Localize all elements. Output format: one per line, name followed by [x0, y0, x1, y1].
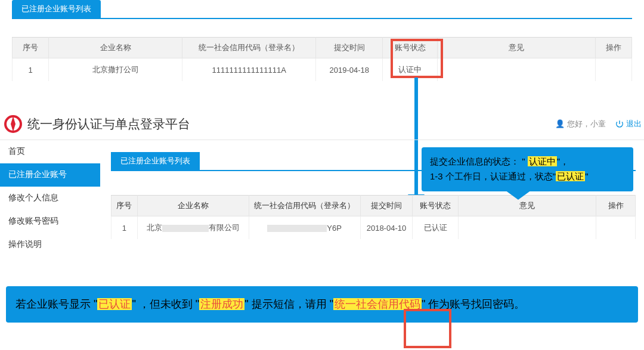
- banner-text: 提示短信，请用: [252, 298, 327, 310]
- cell-date: 2019-04-18: [316, 58, 383, 82]
- col-code: 统一社会信用代码（登录名）: [249, 196, 360, 216]
- tab-registered-accounts[interactable]: 已注册企业账号列表: [111, 152, 200, 170]
- callout-text: ": [585, 171, 588, 181]
- col-opinion: 意见: [438, 38, 596, 58]
- redaction-mask: [162, 225, 209, 232]
- callout-text: 提交企业信息的状态：: [430, 156, 519, 166]
- callout-tail: [505, 190, 531, 200]
- callout-highlight: 已认证: [556, 171, 585, 181]
- cell-status: 已认证: [413, 216, 459, 240]
- table-row: 1 北京有限公司 Y6P 2018-04-10 已认证: [112, 216, 636, 240]
- cell-company: 北京有限公司: [137, 216, 249, 240]
- power-icon: [615, 120, 624, 128]
- sidebar-item-password[interactable]: 修改账号密码: [0, 210, 100, 233]
- col-action: 操作: [596, 196, 636, 216]
- col-action: 操作: [595, 38, 631, 58]
- cell-action: [596, 216, 636, 240]
- banner-text: 若企业账号显示: [16, 298, 91, 310]
- banner-text: ": [132, 298, 135, 310]
- tab-underline-top: [12, 18, 632, 19]
- callout-highlight: 认证中: [528, 156, 557, 166]
- cell-date: 2018-04-10: [360, 216, 413, 240]
- logout-label: 退出: [626, 119, 642, 129]
- tab-registered-accounts-top[interactable]: 已注册企业账号列表: [12, 0, 101, 18]
- cell-index: 1: [112, 216, 138, 240]
- greeting-name: 小童: [590, 119, 606, 128]
- callout-text: ": [522, 156, 525, 166]
- cell-opinion: [438, 58, 596, 82]
- sidebar-item-help[interactable]: 操作说明: [0, 233, 100, 256]
- col-date: 提交时间: [360, 196, 413, 216]
- logout-link[interactable]: 退出: [615, 119, 642, 129]
- cell-company: 北京撒打公司: [49, 58, 182, 82]
- redaction-mask: [267, 225, 327, 232]
- col-index: 序号: [112, 196, 138, 216]
- cell-index: 1: [13, 58, 49, 82]
- platform-header: 统一身份认证与单点登录平台 👤 您好，小童 退出: [0, 114, 644, 140]
- col-index: 序号: [13, 38, 49, 58]
- cell-status: 认证中: [383, 58, 438, 82]
- col-code: 统一社会信用代码（登录名）: [182, 38, 316, 58]
- banner-highlight: 已认证: [97, 298, 132, 310]
- cell-code: Y6P: [249, 216, 360, 240]
- col-status: 账号状态: [383, 38, 438, 58]
- cell-code: 1111111111111111A: [182, 58, 316, 82]
- cell-company-prefix: 北京: [147, 223, 162, 232]
- cell-company-suffix: 有限公司: [209, 223, 240, 232]
- cell-code-suffix: Y6P: [327, 224, 342, 233]
- col-company: 企业名称: [49, 38, 182, 58]
- banner-text: 作为账号找回密码。: [428, 298, 525, 310]
- accounts-table: 序号 企业名称 统一社会信用代码（登录名） 提交时间 账号状态 意见 操作 1 …: [111, 195, 636, 239]
- col-status: 账号状态: [413, 196, 459, 216]
- banner-text: ": [422, 298, 425, 310]
- col-date: 提交时间: [316, 38, 383, 58]
- greeting: 👤 您好，小童: [555, 119, 606, 129]
- sidebar-item-home[interactable]: 首页: [0, 140, 100, 163]
- banner-text: ": [244, 298, 248, 310]
- accounts-table-top: 序号 企业名称 统一社会信用代码（登录名） 提交时间 账号状态 意见 操作 1 …: [12, 37, 632, 81]
- top-panel: 已注册企业账号列表 序号 企业名称 统一社会信用代码（登录名） 提交时间 账号状…: [0, 0, 644, 81]
- table-row: 1 北京撒打公司 1111111111111111A 2019-04-18 认证…: [13, 58, 632, 82]
- banner-highlight: 注册成功: [199, 298, 244, 310]
- callout-text: "，: [557, 156, 569, 166]
- user-icon: 👤: [555, 119, 565, 128]
- cell-action: [595, 58, 631, 82]
- platform-title: 统一身份认证与单点登录平台: [27, 116, 190, 132]
- sidebar: 首页 已注册企业账号 修改个人信息 修改账号密码 操作说明: [0, 140, 100, 256]
- annotation-bottom-banner: 若企业账号显示 "已认证" ，但未收到 "注册成功" 提示短信，请用 "统一社会…: [6, 286, 638, 323]
- platform-logo-icon: [4, 114, 23, 134]
- greeting-prefix: 您好，: [567, 119, 590, 128]
- sidebar-item-profile[interactable]: 修改个人信息: [0, 187, 100, 210]
- col-company: 企业名称: [137, 196, 249, 216]
- cell-opinion: [459, 216, 596, 240]
- callout-text: 1-3 个工作日，认证通过，状态": [430, 171, 556, 181]
- sidebar-item-registered[interactable]: 已注册企业账号: [0, 163, 100, 187]
- banner-text: ，但未收到: [139, 298, 193, 310]
- banner-highlight: 统一社会信用代码: [333, 298, 422, 310]
- annotation-callout: 提交企业信息的状态： " 认证中"， 1-3 个工作日，认证通过，状态"已认证": [422, 147, 633, 191]
